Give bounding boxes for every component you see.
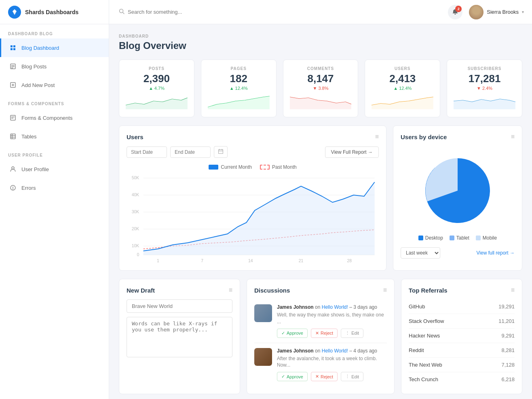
sidebar-item-add-new-post[interactable]: Add New Post <box>0 76 109 94</box>
reject-button-2[interactable]: ✕ Reject <box>311 372 338 381</box>
more-button-2[interactable]: ⋮ Edit <box>341 372 363 381</box>
notification-button[interactable]: 2 <box>448 5 462 19</box>
sidebar-group-dashboard: Dashboard Blog <box>0 24 109 38</box>
top-referrals-menu-icon[interactable]: ≡ <box>511 287 515 294</box>
brand: Shards Dashboards <box>0 0 109 24</box>
sidebar: Dashboard Blog Blog Dashboard <box>0 24 109 399</box>
stat-card-posts: POSTS 2,390 ▲ 4.7% <box>119 59 194 117</box>
discussions-menu-icon[interactable]: ≡ <box>383 287 387 294</box>
reject-button-1[interactable]: ✕ Reject <box>311 329 338 338</box>
referral-item-1: Stack Overflow 11,201 <box>409 314 515 329</box>
sidebar-label-forms: Forms & Components <box>21 115 72 121</box>
svg-point-16 <box>12 167 14 169</box>
new-draft-header: New Draft ≡ <box>127 287 232 294</box>
mobile-label: Mobile <box>483 235 497 241</box>
sidebar-item-forms[interactable]: Forms & Components <box>0 108 109 127</box>
referral-count-4: 7,128 <box>501 362 515 368</box>
end-date-input[interactable] <box>170 146 211 158</box>
new-draft-card: New Draft ≡ <box>119 279 240 394</box>
disc-on-2: on <box>315 348 322 354</box>
sidebar-label-add-post: Add New Post <box>21 82 55 88</box>
stat-label-posts: POSTS <box>126 66 188 71</box>
svg-line-1 <box>123 13 125 14</box>
view-full-report-link[interactable]: View full report → <box>477 250 515 256</box>
start-date-input[interactable] <box>127 146 167 158</box>
errors-icon <box>9 184 17 191</box>
notification-badge: 2 <box>455 6 462 12</box>
discussion-item: James Johnson on Hello World! – 3 days a… <box>254 299 387 343</box>
stat-card-pages: PAGES 182 ▲ 12.4% <box>201 59 277 117</box>
sidebar-item-blog-posts[interactable]: Blog Posts <box>0 57 109 76</box>
content-row: Users ≡ <box>119 125 522 271</box>
stat-card-comments: COMMENTS 8,147 ▼ 3.8% <box>283 59 359 117</box>
sidebar-item-blog-dashboard[interactable]: Blog Dashboard <box>0 38 109 57</box>
referral-item-0: GitHub 19,291 <box>409 299 515 314</box>
disc-post-2: Hello World! <box>322 348 348 354</box>
draft-title-input[interactable] <box>127 299 232 313</box>
blog-dashboard-icon <box>9 44 17 51</box>
sidebar-item-tables[interactable]: Tables <box>0 127 109 146</box>
referral-item-4: The Next Web 7,128 <box>409 358 515 372</box>
more-icon-1: ⋮ <box>345 331 350 336</box>
sidebar-item-user-profile[interactable]: User Profile <box>0 160 109 178</box>
navbar: Shards Dashboards 2 Sier <box>0 0 532 24</box>
sidebar-label-tables: Tables <box>21 134 37 140</box>
period-select[interactable]: Last week Last month Last year <box>401 247 440 259</box>
mobile-dot <box>476 236 481 240</box>
discussion-title-1: James Johnson on Hello World! – 3 days a… <box>277 304 387 310</box>
discussion-excerpt-2: After the avalanche, it took us a week t… <box>277 355 387 369</box>
svg-text:21: 21 <box>299 259 304 263</box>
blog-posts-icon <box>9 63 17 70</box>
pie-card-menu-icon[interactable]: ≡ <box>511 133 515 140</box>
pie-legend-mobile: Mobile <box>476 235 497 241</box>
referral-item-5: Tech Crunch 6,218 <box>409 372 515 386</box>
main-content: DASHBOARD Blog Overview POSTS 2,390 ▲ 4.… <box>109 24 532 399</box>
user-menu[interactable]: Sierra Brooks ▾ <box>469 5 524 19</box>
discussions-header: Discussions ≡ <box>254 287 387 294</box>
approve-button-2[interactable]: ✓ Approve <box>277 372 308 381</box>
draft-body-input[interactable] <box>127 317 232 357</box>
referral-count-3: 8,281 <box>501 347 515 353</box>
users-chart-menu-icon[interactable]: ≡ <box>375 133 379 140</box>
svg-rect-9 <box>11 115 15 120</box>
pie-container <box>401 146 515 235</box>
search-icon <box>119 8 125 15</box>
users-chart-area: 50K 40K 30K 20K 10K 0 1 7 14 21 28 <box>127 174 379 263</box>
stat-label-comments: COMMENTS <box>290 66 352 71</box>
search-input[interactable] <box>128 9 249 15</box>
desktop-dot <box>418 236 423 240</box>
disc-on-1: on <box>315 304 322 310</box>
sidebar-item-errors[interactable]: Errors <box>0 178 109 197</box>
disc-dash-1: – <box>349 304 353 310</box>
svg-text:14: 14 <box>248 259 253 263</box>
layout: Dashboard Blog Blog Dashboard <box>0 24 532 399</box>
stat-value-comments: 8,147 <box>290 72 352 85</box>
stat-change-comments: ▼ 3.8% <box>290 86 352 91</box>
page-title: Blog Overview <box>119 40 522 51</box>
sidebar-group-user: User Profile <box>0 146 109 160</box>
new-draft-menu-icon[interactable]: ≡ <box>229 287 232 294</box>
sparkline-posts <box>126 93 188 109</box>
users-chart-header: Users ≡ <box>127 133 379 140</box>
stat-value-users: 2,413 <box>372 72 433 85</box>
svg-text:28: 28 <box>347 259 352 263</box>
discussion-excerpt-1: Well, the way they make shows is, they m… <box>277 312 387 325</box>
discussion-avatar-img-2 <box>254 348 272 366</box>
chart-controls: View Full Report → <box>127 146 379 158</box>
discussion-content-1: James Johnson on Hello World! – 3 days a… <box>277 304 387 338</box>
pie-legend-desktop: Desktop <box>418 235 443 241</box>
calendar-icon[interactable] <box>214 146 228 158</box>
tables-icon <box>9 133 17 140</box>
top-referrals-header: Top Referrals ≡ <box>409 287 515 294</box>
view-report-button[interactable]: View Full Report → <box>325 146 379 158</box>
brand-icon <box>8 6 21 19</box>
users-chart-card: Users ≡ <box>119 125 386 271</box>
disc-author-1: James Johnson <box>277 304 314 310</box>
user-name: Sierra Brooks <box>487 9 519 15</box>
approve-button-1[interactable]: ✓ Approve <box>277 329 308 338</box>
referral-name-0: GitHub <box>409 303 425 310</box>
referral-name-1: Stack Overflow <box>409 318 444 324</box>
svg-text:7: 7 <box>201 259 203 263</box>
svg-rect-12 <box>11 134 15 139</box>
more-button-1[interactable]: ⋮ Edit <box>341 329 363 338</box>
